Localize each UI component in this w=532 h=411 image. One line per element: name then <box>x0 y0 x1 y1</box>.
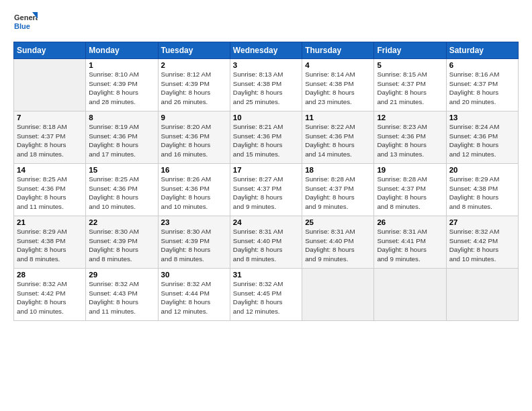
header: General Blue <box>13 11 519 35</box>
day-info: Sunrise: 8:20 AMSunset: 4:36 PMDaylight:… <box>161 122 227 159</box>
calendar-week-1: 1Sunrise: 8:10 AMSunset: 4:39 PMDaylight… <box>14 59 519 111</box>
calendar-cell: 6Sunrise: 8:16 AMSunset: 4:37 PMDaylight… <box>446 59 518 111</box>
calendar-cell: 23Sunrise: 8:30 AMSunset: 4:39 PMDayligh… <box>158 216 230 269</box>
calendar-cell: 17Sunrise: 8:27 AMSunset: 4:37 PMDayligh… <box>230 164 302 216</box>
day-number: 28 <box>17 271 83 279</box>
day-number: 5 <box>377 61 443 69</box>
day-number: 8 <box>89 113 154 122</box>
calendar-header-row: SundayMondayTuesdayWednesdayThursdayFrid… <box>14 42 519 59</box>
header-day-sunday: Sunday <box>14 42 86 59</box>
day-number: 2 <box>161 61 227 69</box>
calendar-cell: 19Sunrise: 8:28 AMSunset: 4:37 PMDayligh… <box>374 164 446 216</box>
day-number: 29 <box>89 271 154 279</box>
day-info: Sunrise: 8:25 AMSunset: 4:36 PMDaylight:… <box>17 175 83 212</box>
calendar-week-4: 21Sunrise: 8:29 AMSunset: 4:38 PMDayligh… <box>14 216 519 269</box>
day-number: 4 <box>305 61 371 69</box>
day-info: Sunrise: 8:22 AMSunset: 4:36 PMDaylight:… <box>305 122 371 159</box>
calendar-cell <box>302 269 374 321</box>
day-number: 26 <box>377 218 443 226</box>
day-info: Sunrise: 8:27 AMSunset: 4:37 PMDaylight:… <box>233 175 299 212</box>
calendar-cell: 7Sunrise: 8:18 AMSunset: 4:37 PMDaylight… <box>14 111 86 164</box>
calendar-cell: 5Sunrise: 8:15 AMSunset: 4:37 PMDaylight… <box>374 59 446 111</box>
day-info: Sunrise: 8:23 AMSunset: 4:36 PMDaylight:… <box>377 122 443 159</box>
logo: General Blue <box>13 11 38 35</box>
day-number: 15 <box>89 166 154 174</box>
day-info: Sunrise: 8:16 AMSunset: 4:37 PMDaylight:… <box>449 70 515 107</box>
calendar-cell: 18Sunrise: 8:28 AMSunset: 4:37 PMDayligh… <box>302 164 374 216</box>
day-info: Sunrise: 8:32 AMSunset: 4:45 PMDaylight:… <box>233 279 299 316</box>
calendar-cell: 8Sunrise: 8:19 AMSunset: 4:36 PMDaylight… <box>86 111 158 164</box>
day-number: 27 <box>449 218 515 226</box>
day-number: 22 <box>89 218 154 226</box>
calendar-cell: 27Sunrise: 8:32 AMSunset: 4:42 PMDayligh… <box>446 216 518 269</box>
calendar-week-5: 28Sunrise: 8:32 AMSunset: 4:42 PMDayligh… <box>14 269 519 321</box>
page: General Blue SundayMondayTuesdayWednesda… <box>0 0 532 411</box>
calendar-week-2: 7Sunrise: 8:18 AMSunset: 4:37 PMDaylight… <box>14 111 519 164</box>
calendar-cell <box>374 269 446 321</box>
calendar-cell: 28Sunrise: 8:32 AMSunset: 4:42 PMDayligh… <box>14 269 86 321</box>
calendar-cell: 10Sunrise: 8:21 AMSunset: 4:36 PMDayligh… <box>230 111 302 164</box>
day-info: Sunrise: 8:31 AMSunset: 4:40 PMDaylight:… <box>305 227 371 264</box>
day-info: Sunrise: 8:19 AMSunset: 4:36 PMDaylight:… <box>89 122 154 159</box>
day-info: Sunrise: 8:32 AMSunset: 4:43 PMDaylight:… <box>89 279 154 316</box>
header-day-tuesday: Tuesday <box>158 42 230 59</box>
calendar-cell: 9Sunrise: 8:20 AMSunset: 4:36 PMDaylight… <box>158 111 230 164</box>
header-day-monday: Monday <box>86 42 158 59</box>
calendar-cell: 2Sunrise: 8:12 AMSunset: 4:39 PMDaylight… <box>158 59 230 111</box>
day-info: Sunrise: 8:32 AMSunset: 4:42 PMDaylight:… <box>17 279 83 316</box>
day-info: Sunrise: 8:10 AMSunset: 4:39 PMDaylight:… <box>89 70 154 107</box>
day-number: 9 <box>161 113 227 122</box>
day-number: 11 <box>305 113 371 122</box>
calendar-cell: 25Sunrise: 8:31 AMSunset: 4:40 PMDayligh… <box>302 216 374 269</box>
header-day-saturday: Saturday <box>446 42 518 59</box>
calendar-cell: 31Sunrise: 8:32 AMSunset: 4:45 PMDayligh… <box>230 269 302 321</box>
day-info: Sunrise: 8:24 AMSunset: 4:36 PMDaylight:… <box>449 122 515 159</box>
day-info: Sunrise: 8:32 AMSunset: 4:42 PMDaylight:… <box>449 227 515 264</box>
day-info: Sunrise: 8:14 AMSunset: 4:38 PMDaylight:… <box>305 70 371 107</box>
day-info: Sunrise: 8:30 AMSunset: 4:39 PMDaylight:… <box>89 227 154 264</box>
day-info: Sunrise: 8:21 AMSunset: 4:36 PMDaylight:… <box>233 122 299 159</box>
calendar-cell: 30Sunrise: 8:32 AMSunset: 4:44 PMDayligh… <box>158 269 230 321</box>
day-number: 12 <box>377 113 443 122</box>
day-info: Sunrise: 8:25 AMSunset: 4:36 PMDaylight:… <box>89 175 154 212</box>
calendar-cell: 20Sunrise: 8:29 AMSunset: 4:38 PMDayligh… <box>446 164 518 216</box>
day-number: 10 <box>233 113 299 122</box>
header-day-friday: Friday <box>374 42 446 59</box>
day-number: 14 <box>17 166 83 174</box>
day-info: Sunrise: 8:28 AMSunset: 4:37 PMDaylight:… <box>305 175 371 212</box>
calendar-cell: 3Sunrise: 8:13 AMSunset: 4:38 PMDaylight… <box>230 59 302 111</box>
day-info: Sunrise: 8:29 AMSunset: 4:38 PMDaylight:… <box>17 227 83 264</box>
calendar-cell: 4Sunrise: 8:14 AMSunset: 4:38 PMDaylight… <box>302 59 374 111</box>
logo-svg: General Blue <box>13 11 38 35</box>
day-info: Sunrise: 8:15 AMSunset: 4:37 PMDaylight:… <box>377 70 443 107</box>
day-number: 6 <box>449 61 515 69</box>
day-number: 25 <box>305 218 371 226</box>
day-info: Sunrise: 8:18 AMSunset: 4:37 PMDaylight:… <box>17 122 83 159</box>
day-number: 23 <box>161 218 227 226</box>
calendar-cell <box>446 269 518 321</box>
day-info: Sunrise: 8:31 AMSunset: 4:40 PMDaylight:… <box>233 227 299 264</box>
day-info: Sunrise: 8:26 AMSunset: 4:36 PMDaylight:… <box>161 175 227 212</box>
svg-text:Blue: Blue <box>14 22 30 30</box>
day-number: 13 <box>449 113 515 122</box>
day-info: Sunrise: 8:29 AMSunset: 4:38 PMDaylight:… <box>449 175 515 212</box>
day-number: 3 <box>233 61 299 69</box>
day-info: Sunrise: 8:13 AMSunset: 4:38 PMDaylight:… <box>233 70 299 107</box>
calendar-cell: 26Sunrise: 8:31 AMSunset: 4:41 PMDayligh… <box>374 216 446 269</box>
day-number: 16 <box>161 166 227 174</box>
day-number: 7 <box>17 113 83 122</box>
calendar-cell: 12Sunrise: 8:23 AMSunset: 4:36 PMDayligh… <box>374 111 446 164</box>
header-day-thursday: Thursday <box>302 42 374 59</box>
calendar-cell: 16Sunrise: 8:26 AMSunset: 4:36 PMDayligh… <box>158 164 230 216</box>
day-number: 17 <box>233 166 299 174</box>
day-number: 30 <box>161 271 227 279</box>
day-info: Sunrise: 8:12 AMSunset: 4:39 PMDaylight:… <box>161 70 227 107</box>
calendar-cell: 11Sunrise: 8:22 AMSunset: 4:36 PMDayligh… <box>302 111 374 164</box>
calendar-cell: 29Sunrise: 8:32 AMSunset: 4:43 PMDayligh… <box>86 269 158 321</box>
day-number: 31 <box>233 271 299 279</box>
calendar-cell <box>14 59 86 111</box>
day-number: 21 <box>17 218 83 226</box>
calendar-cell: 24Sunrise: 8:31 AMSunset: 4:40 PMDayligh… <box>230 216 302 269</box>
calendar-cell: 14Sunrise: 8:25 AMSunset: 4:36 PMDayligh… <box>14 164 86 216</box>
day-info: Sunrise: 8:32 AMSunset: 4:44 PMDaylight:… <box>161 279 227 316</box>
